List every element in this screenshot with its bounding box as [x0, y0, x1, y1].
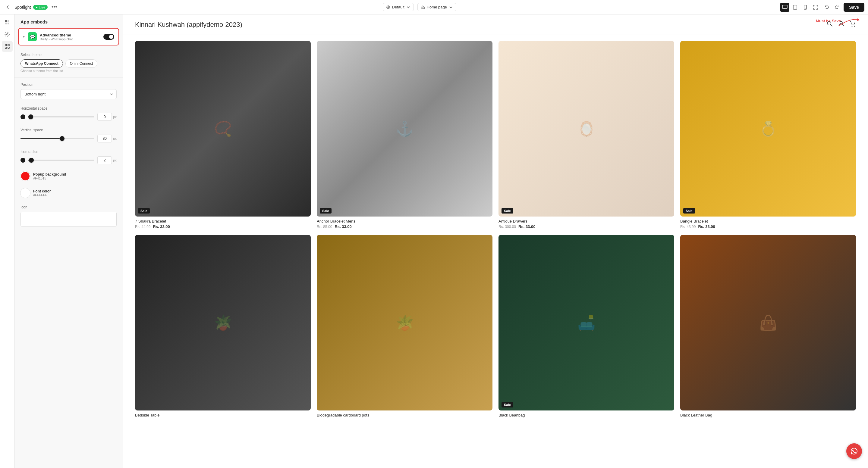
more-button[interactable]: ••• — [50, 3, 59, 11]
svg-rect-12 — [8, 44, 9, 46]
settings-panel: App embeds ▾ 💬 Advanced theme Bizify - W… — [14, 14, 123, 468]
popup-bg-color: #F41515 — [33, 176, 66, 180]
product-name: Bedside Table — [135, 413, 311, 417]
product-card[interactable]: Sale🛋️Black Beanbag — [498, 235, 674, 417]
main-layout: App embeds ▾ 💬 Advanced theme Bizify - W… — [0, 14, 868, 468]
product-name: Bangle Bracelet — [680, 219, 856, 224]
radius-thumb-left — [21, 158, 25, 163]
svg-point-15 — [827, 22, 831, 25]
icon-radius-section: Icon radius 2 px — [14, 146, 123, 168]
select-theme-section: Select theme WhatsApp Connect Omni Conne… — [14, 49, 123, 76]
undo-btn[interactable] — [823, 3, 832, 12]
store-header-icons — [827, 21, 856, 29]
product-name: 7 Shakra Bracelet — [135, 219, 311, 224]
theme-name: Advanced theme — [40, 33, 100, 37]
product-name: Black Beanbag — [498, 413, 674, 417]
vertical-value-input[interactable]: 80 — [97, 135, 112, 142]
vertical-slider-row: 80 px — [21, 135, 117, 142]
radius-px-label: px — [113, 158, 117, 162]
position-section: Position Bottom right Bottom left Top ri… — [14, 79, 123, 103]
horizontal-value-input[interactable]: 0 — [97, 113, 112, 121]
store-preview: Kinnari Kushwah (appifydemo-2023) Sale — [123, 14, 868, 468]
chevron-down-icon — [406, 5, 410, 9]
sidebar-icons — [0, 14, 14, 468]
position-label: Position — [21, 82, 117, 87]
sidebar-nav-icon[interactable] — [2, 17, 13, 28]
font-color-row: Font color #FFFFFF — [21, 188, 117, 198]
product-name: Antique Drawers — [498, 219, 674, 224]
product-card[interactable]: Sale⚓Anchor Bracelet MensRs. 85.00Rs. 33… — [317, 41, 493, 229]
sidebar-apps-icon[interactable] — [2, 41, 13, 52]
cart-icon-btn[interactable] — [849, 21, 856, 29]
product-prices: Rs. 300.00Rs. 33.00 — [498, 224, 674, 229]
product-card[interactable]: Sale💍Bangle BraceletRs. 43.99Rs. 33.00 — [680, 41, 856, 229]
font-color-label: Font color — [33, 189, 51, 193]
theme-sublabel: Bizify - Whatsapp chat — [40, 37, 100, 41]
panel-title: App embeds — [14, 14, 123, 28]
svg-point-17 — [852, 26, 852, 27]
vertical-thumb[interactable] — [60, 136, 64, 141]
svg-rect-9 — [7, 23, 9, 24]
popup-bg-info: Popup background #F41515 — [33, 172, 66, 180]
svg-rect-6 — [5, 20, 7, 22]
page-dropdown[interactable]: Home page — [417, 3, 456, 11]
icon-label: Icon — [21, 205, 117, 209]
svg-point-5 — [805, 8, 806, 9]
omni-connect-option[interactable]: Omni Connect — [65, 59, 98, 68]
app-name-label: Spotlight — [14, 5, 31, 10]
products-grid: Sale📿7 Shakra BraceletRs. 44.99Rs. 33.00… — [135, 41, 856, 417]
font-color-section: Font color #FFFFFF — [14, 185, 123, 201]
radius-slider-row: 2 px — [21, 156, 117, 164]
whatsapp-float-button[interactable] — [846, 443, 862, 459]
svg-point-10 — [6, 34, 8, 35]
product-card[interactable]: 🪴Bedside Table — [135, 235, 311, 417]
search-icon-btn[interactable] — [827, 21, 833, 29]
svg-point-3 — [795, 8, 795, 9]
save-button[interactable]: Save — [844, 3, 864, 12]
product-card[interactable]: Sale📿7 Shakra BraceletRs. 44.99Rs. 33.00 — [135, 41, 311, 229]
horizontal-thumb[interactable] — [28, 114, 33, 119]
vertical-track — [21, 138, 94, 139]
default-dropdown[interactable]: Default — [383, 3, 414, 11]
theme-toggle[interactable] — [103, 34, 114, 40]
sidebar-settings-icon[interactable] — [2, 29, 13, 40]
slider-thumb-h — [21, 114, 25, 119]
svg-rect-14 — [8, 47, 9, 48]
product-card[interactable]: 🪴Biodegradable cardboard pots — [317, 235, 493, 417]
product-prices: Rs. 44.99Rs. 33.00 — [135, 224, 311, 229]
whatsapp-connect-option[interactable]: WhatsApp Connect — [21, 59, 63, 68]
theme-hint: Choose a theme from the list — [21, 69, 117, 73]
font-color-value: #FFFFFF — [33, 193, 51, 197]
svg-rect-7 — [7, 20, 9, 22]
icon-preview — [21, 212, 117, 227]
account-icon-btn[interactable] — [838, 21, 844, 29]
topbar-left: Spotlight ● Live ••• — [4, 3, 59, 11]
horizontal-input-group: 0 px — [97, 113, 117, 121]
redo-btn[interactable] — [832, 3, 841, 12]
horizontal-slider-row: 0 px — [21, 113, 117, 121]
popup-bg-swatch[interactable] — [21, 171, 30, 181]
product-name: Biodegradable cardboard pots — [317, 413, 493, 417]
svg-rect-8 — [5, 23, 7, 24]
position-select[interactable]: Bottom right Bottom left Top right Top l… — [21, 89, 117, 99]
desktop-btn[interactable] — [780, 3, 789, 12]
fullscreen-btn[interactable] — [811, 3, 820, 12]
product-card[interactable]: 👜Black Leather Bag — [680, 235, 856, 417]
tablet-btn[interactable] — [790, 3, 800, 12]
font-color-swatch[interactable] — [21, 188, 30, 198]
popup-bg-label: Popup background — [33, 172, 66, 176]
icon-radius-label: Icon radius — [21, 150, 117, 154]
topbar-right: Save — [780, 3, 864, 12]
popup-bg-row: Popup background #F41515 — [21, 171, 117, 181]
vertical-space-section: Vertical space 80 px — [14, 124, 123, 146]
theme-selector: WhatsApp Connect Omni Connect — [21, 59, 117, 68]
radius-value-input[interactable]: 2 — [97, 156, 112, 164]
mobile-btn[interactable] — [801, 3, 810, 12]
back-button[interactable] — [4, 3, 12, 11]
vertical-input-group: 80 px — [97, 135, 117, 142]
radius-thumb[interactable] — [29, 158, 34, 163]
svg-rect-13 — [5, 47, 7, 48]
product-prices: Rs. 85.00Rs. 33.00 — [317, 224, 493, 229]
product-card[interactable]: Sale🪞Antique DrawersRs. 300.00Rs. 33.00 — [498, 41, 674, 229]
select-theme-label: Select theme — [21, 53, 117, 57]
